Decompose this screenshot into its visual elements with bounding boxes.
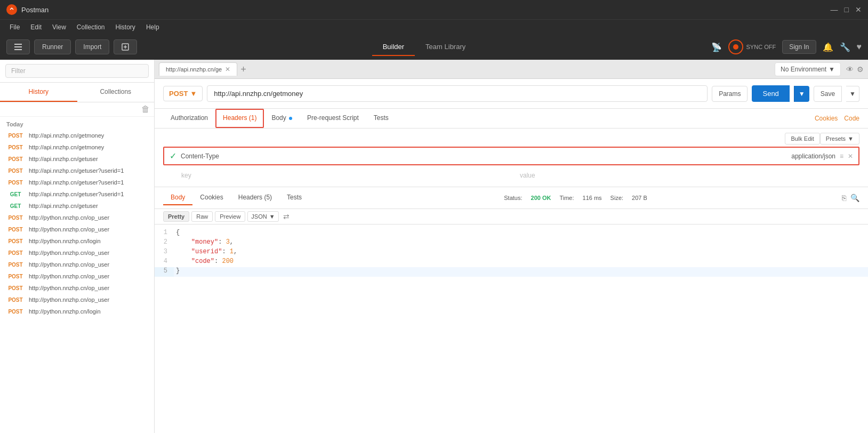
- list-item[interactable]: POST http://api.nnzhp.cn/getmoney: [0, 141, 154, 153]
- list-item[interactable]: POST http://python.nnzhp.cn/op_user: [0, 223, 154, 235]
- resp-tab-body[interactable]: Body: [163, 190, 192, 205]
- header-menu-icon[interactable]: ≡: [840, 153, 843, 160]
- header-key[interactable]: Content-Type: [181, 153, 506, 160]
- tab-pre-request[interactable]: Pre-request Script: [300, 109, 366, 128]
- line-content-5: }: [174, 267, 868, 277]
- save-button[interactable]: Save: [814, 86, 842, 102]
- request-tab-list: Authorization Headers (1) Body Pre-reque…: [163, 109, 396, 128]
- list-item[interactable]: POST http://api.nnzhp.cn/getmoney: [0, 130, 154, 141]
- gear-icon[interactable]: ⚙: [857, 65, 864, 74]
- sidebar-toggle-button[interactable]: [6, 39, 30, 54]
- delete-history-icon[interactable]: 🗑: [141, 105, 150, 114]
- list-item[interactable]: POST http://python.nnzhp.cn/op_user: [0, 270, 154, 282]
- header-empty-value-label[interactable]: value: [520, 172, 854, 179]
- heart-icon[interactable]: ♥: [857, 42, 862, 52]
- builder-tab[interactable]: Builder: [372, 38, 415, 56]
- list-item[interactable]: POST http://python.nnzhp.cn/login: [0, 235, 154, 247]
- send-button[interactable]: Send: [752, 85, 789, 102]
- presets-button[interactable]: Presets ▼: [820, 133, 859, 145]
- header-empty-key-label[interactable]: key: [181, 172, 516, 179]
- sync-dot: [728, 39, 743, 54]
- filter-input[interactable]: [5, 64, 149, 78]
- menu-edit[interactable]: Edit: [25, 21, 47, 33]
- menu-history[interactable]: History: [110, 21, 141, 33]
- import-button[interactable]: Import: [75, 39, 109, 54]
- runner-button[interactable]: Runner: [34, 39, 71, 54]
- maximize-button[interactable]: □: [845, 5, 849, 14]
- satellite-icon[interactable]: 📡: [711, 42, 722, 52]
- resp-tab-headers[interactable]: Headers (5): [231, 190, 279, 205]
- new-tab-button[interactable]: +: [240, 65, 246, 74]
- request-response-area: http://api.nnzhp.cn/ge ✕ + No Environmen…: [155, 60, 868, 433]
- header-delete-icon[interactable]: ✕: [848, 153, 853, 160]
- history-url: http://python.nnzhp.cn/op_user: [29, 285, 109, 291]
- list-item[interactable]: GET http://api.nnzhp.cn/getuser: [0, 200, 154, 212]
- list-item[interactable]: POST http://python.nnzhp.cn/op_user: [0, 259, 154, 270]
- list-item[interactable]: POST http://python.nnzhp.cn/op_user: [0, 247, 154, 259]
- notification-icon[interactable]: 🔔: [823, 42, 833, 52]
- new-tab-icon-button[interactable]: [114, 39, 137, 54]
- send-dropdown-button[interactable]: ▼: [794, 86, 809, 102]
- main-layout: History Collections 🗑 Today POST http://…: [0, 60, 868, 433]
- url-tab-close[interactable]: ✕: [225, 66, 230, 73]
- header-value[interactable]: application/json: [510, 153, 835, 160]
- url-input[interactable]: [207, 85, 708, 102]
- list-item[interactable]: POST http://api.nnzhp.cn/getuser: [0, 153, 154, 165]
- menu-collection[interactable]: Collection: [71, 21, 110, 33]
- team-library-tab[interactable]: Team Library: [415, 38, 476, 56]
- list-item[interactable]: GET http://api.nnzhp.cn/getuser?userid=1: [0, 188, 154, 200]
- eye-icon[interactable]: 👁: [846, 65, 854, 74]
- status-label: Status:: [504, 195, 522, 201]
- tab-headers[interactable]: Headers (1): [215, 109, 264, 128]
- tab-body[interactable]: Body: [264, 109, 300, 128]
- time-label: Time:: [559, 195, 574, 201]
- resp-tab-cookies[interactable]: Cookies: [192, 190, 230, 205]
- menu-view[interactable]: View: [47, 21, 71, 33]
- top-right-area: 📡 SYNC OFF Sign In 🔔 🔧 ♥: [711, 39, 862, 54]
- list-item[interactable]: POST http://python.nnzhp.cn/op_user: [0, 282, 154, 294]
- params-button[interactable]: Params: [712, 86, 748, 102]
- cookies-link[interactable]: Cookies: [815, 115, 838, 122]
- settings-icon[interactable]: 🔧: [840, 42, 850, 52]
- resp-tab-tests[interactable]: Tests: [279, 190, 309, 205]
- request-form: POST ▼ Params Send ▼ Save ▼: [155, 79, 868, 109]
- list-item[interactable]: POST http://api.nnzhp.cn/getuser?userid=…: [0, 177, 154, 188]
- list-item[interactable]: POST http://api.nnzhp.cn/getuser?userid=…: [0, 165, 154, 177]
- format-preview-button[interactable]: Preview: [215, 211, 245, 222]
- menu-file[interactable]: File: [4, 21, 25, 33]
- history-tab[interactable]: History: [0, 83, 77, 102]
- line-content-2: "money": 3,: [174, 238, 868, 248]
- format-pretty-button[interactable]: Pretty: [163, 211, 189, 222]
- method-badge: GET: [6, 203, 25, 209]
- list-item[interactable]: POST http://python.nnzhp.cn/login: [0, 306, 154, 317]
- method-select[interactable]: POST ▼: [163, 86, 203, 101]
- url-tab[interactable]: http://api.nnzhp.cn/ge ✕: [159, 62, 237, 76]
- bulk-edit-button[interactable]: Bulk Edit: [785, 133, 819, 145]
- history-url: http://api.nnzhp.cn/getuser: [29, 156, 98, 162]
- save-dropdown-button[interactable]: ▼: [846, 86, 859, 102]
- format-raw-button[interactable]: Raw: [191, 211, 213, 222]
- tab-authorization[interactable]: Authorization: [163, 109, 215, 128]
- size-value: 207 B: [632, 195, 647, 201]
- sign-in-button[interactable]: Sign In: [782, 40, 816, 54]
- copy-response-icon[interactable]: ⎘: [842, 194, 846, 202]
- format-type-select[interactable]: JSON ▼: [247, 211, 278, 222]
- environment-label: No Environment: [781, 66, 826, 73]
- code-link[interactable]: Code: [844, 115, 859, 122]
- line-number-2: 2: [155, 238, 174, 248]
- method-badge: POST: [6, 309, 25, 315]
- menu-help[interactable]: Help: [141, 21, 165, 33]
- search-response-icon[interactable]: 🔍: [850, 194, 859, 202]
- list-item[interactable]: POST http://python.nnzhp.cn/op_user: [0, 294, 154, 306]
- check-icon: ✓: [170, 151, 176, 161]
- collections-tab[interactable]: Collections: [77, 83, 155, 102]
- tab-tests[interactable]: Tests: [366, 109, 396, 128]
- format-wrap-icon[interactable]: ⇄: [283, 212, 290, 221]
- list-item[interactable]: POST http://python.nnzhp.cn/op_user: [0, 212, 154, 223]
- close-button[interactable]: ✕: [855, 5, 862, 14]
- response-area: Body Cookies Headers (5) Tests Status: 2…: [155, 187, 868, 433]
- minimize-button[interactable]: —: [831, 5, 838, 14]
- code-line-5: 5 }: [155, 267, 868, 277]
- environment-dropdown[interactable]: No Environment ▼: [775, 62, 841, 76]
- menu-bar: File Edit View Collection History Help: [0, 19, 868, 34]
